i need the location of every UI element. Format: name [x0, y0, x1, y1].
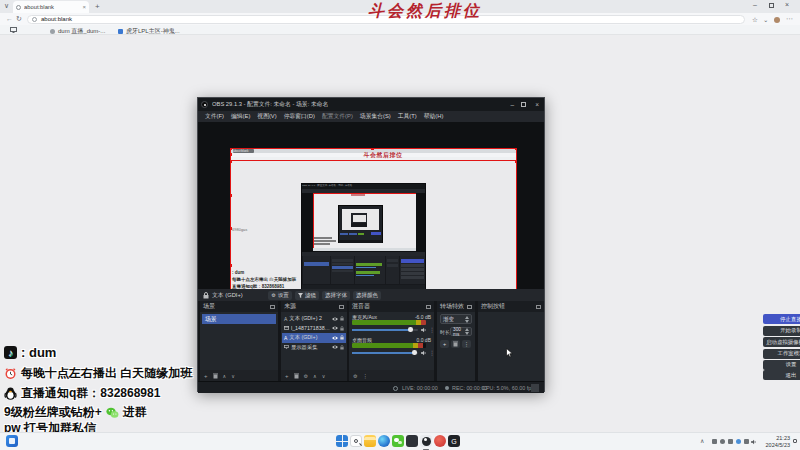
volume-slider[interactable]	[352, 352, 418, 354]
reload-icon[interactable]: ↻	[16, 15, 22, 23]
mixer-menu-icon[interactable]: ⋮	[362, 373, 368, 379]
cast-icon[interactable]	[10, 27, 17, 33]
transition-properties-button[interactable]: ⋮	[462, 340, 471, 348]
start-button[interactable]	[336, 435, 348, 447]
channel-menu-icon[interactable]: ⋮	[429, 349, 435, 356]
duration-spinbox[interactable]: 300 ms	[450, 327, 472, 336]
choose-font-button[interactable]: 选择字体	[322, 291, 350, 300]
source-row[interactable]: A 文本 (GDI+) 2	[282, 314, 346, 324]
studio-mode-button[interactable]: 工作室模式	[763, 349, 800, 359]
obs-title-bar[interactable]: OBS 29.1.3 - 配置文件: 未命名 - 场景: 未命名 – ×	[198, 98, 544, 111]
lock-icon[interactable]	[340, 345, 344, 350]
volume-tray-icon[interactable]	[751, 439, 757, 445]
move-up-icon[interactable]: ∧	[313, 373, 317, 379]
lock-icon[interactable]	[340, 316, 344, 321]
popout-icon[interactable]	[536, 305, 541, 309]
add-transition-button[interactable]: +	[440, 340, 449, 348]
selection-handle[interactable]	[230, 148, 232, 150]
transition-select[interactable]: 渐变	[440, 314, 472, 324]
app-icon-red[interactable]	[434, 435, 446, 447]
obs-close-icon[interactable]: ×	[535, 101, 539, 108]
widgets-icon[interactable]	[6, 435, 18, 447]
obs-taskbar-icon[interactable]	[420, 435, 432, 447]
app-icon-g[interactable]: G	[448, 435, 460, 447]
tray-icon[interactable]	[736, 439, 741, 444]
browser-tab[interactable]: about:blank ×	[13, 1, 89, 13]
move-up-icon[interactable]: ∧	[223, 373, 227, 379]
tab-close-icon[interactable]: ×	[82, 4, 86, 10]
menu-docks[interactable]: 停靠窗口(D)	[281, 112, 318, 121]
gear-icon[interactable]: ⚙	[304, 373, 308, 379]
obs-maximize-icon[interactable]	[521, 102, 526, 107]
selection-handle[interactable]	[515, 160, 518, 163]
menu-scene-collection[interactable]: 场景集合(S)	[357, 112, 394, 121]
notification-center-icon[interactable]	[793, 439, 797, 443]
back-icon[interactable]: ←	[6, 15, 13, 22]
menu-view[interactable]: 视图(V)	[254, 112, 279, 121]
selection-handle[interactable]	[230, 194, 232, 197]
obs-preview-canvas[interactable]: about:blank 斗会然后排位 6980gas OBS 29.1.3 - …	[198, 122, 544, 289]
controls-header[interactable]: 控制按钮	[478, 301, 544, 312]
window-maximize-button[interactable]	[769, 3, 774, 8]
window-minimize-button[interactable]: –	[753, 1, 757, 8]
selection-handle[interactable]	[371, 148, 374, 150]
choose-color-button[interactable]: 选择颜色	[353, 291, 381, 300]
scene-item[interactable]: 场景	[202, 314, 276, 324]
remove-transition-button[interactable]	[451, 340, 460, 348]
source-row[interactable]: 显示器采集	[282, 343, 346, 353]
profile-avatar[interactable]	[774, 17, 780, 23]
speaker-icon[interactable]	[421, 350, 427, 356]
channel-menu-icon[interactable]: ⋮	[429, 326, 435, 333]
menu-file[interactable]: 文件(F)	[202, 112, 227, 121]
exit-button[interactable]: 退出	[763, 370, 800, 380]
search-icon[interactable]	[350, 435, 362, 447]
selection-handle[interactable]	[230, 227, 232, 230]
eye-icon[interactable]	[332, 336, 338, 340]
start-recording-button[interactable]: 开始录制	[763, 326, 800, 336]
tray-icon[interactable]	[744, 439, 749, 444]
move-down-icon[interactable]: ∨	[322, 373, 326, 379]
mixer-header[interactable]: 混音器	[349, 301, 434, 312]
selection-handle[interactable]	[230, 153, 232, 156]
wechat-taskbar-icon[interactable]	[392, 435, 404, 447]
tray-icon[interactable]	[712, 439, 717, 444]
site-info-icon[interactable]	[32, 17, 37, 22]
edge-icon[interactable]	[378, 435, 390, 447]
clock[interactable]: 21:23 2024/5/23	[762, 435, 790, 450]
start-virtualcam-button[interactable]: 启动虚拟摄像机	[763, 337, 800, 347]
popout-icon[interactable]	[426, 305, 431, 309]
new-tab-button[interactable]: +	[95, 2, 100, 11]
speaker-icon[interactable]	[421, 327, 427, 333]
menu-tools[interactable]: 工具(T)	[395, 112, 420, 121]
tray-icon[interactable]	[728, 439, 733, 444]
downloads-icon[interactable]: ⌄	[763, 16, 768, 24]
sources-header[interactable]: 来源	[281, 301, 347, 312]
gear-icon[interactable]: ⚙	[353, 373, 357, 379]
file-explorer-icon[interactable]	[364, 435, 376, 447]
favorite-star-icon[interactable]: ☆	[752, 16, 758, 24]
popout-icon[interactable]	[270, 305, 275, 309]
menu-profile[interactable]: 配置文件(P)	[319, 112, 356, 121]
trash-icon[interactable]	[213, 373, 218, 379]
browser-menu-icon[interactable]: ⋯	[786, 15, 793, 23]
source-filters-button[interactable]: 滤镜	[295, 291, 319, 300]
transitions-header[interactable]: 转场特效	[437, 301, 475, 312]
volume-slider[interactable]	[352, 329, 418, 331]
selection-handle[interactable]	[515, 148, 518, 150]
move-down-icon[interactable]: ∨	[231, 373, 235, 379]
add-icon[interactable]: +	[285, 373, 289, 379]
app-icon-dark[interactable]	[406, 435, 418, 447]
tray-icon[interactable]	[720, 439, 725, 444]
popout-icon[interactable]	[339, 305, 344, 309]
obs-minimize-icon[interactable]: –	[510, 101, 514, 108]
lock-icon[interactable]	[340, 335, 344, 340]
settings-button[interactable]: 设置	[763, 360, 800, 370]
menu-edit[interactable]: 编辑(E)	[228, 112, 253, 121]
source-settings-button[interactable]: ⚙设置	[268, 291, 292, 300]
popout-icon[interactable]	[467, 305, 472, 309]
selection-handle[interactable]	[230, 264, 232, 267]
selection-handle[interactable]	[230, 160, 232, 163]
eye-icon[interactable]	[332, 317, 338, 321]
source-row[interactable]: l_1487171838173_0...	[282, 324, 346, 334]
stop-streaming-button[interactable]: 停止直播	[763, 314, 800, 324]
